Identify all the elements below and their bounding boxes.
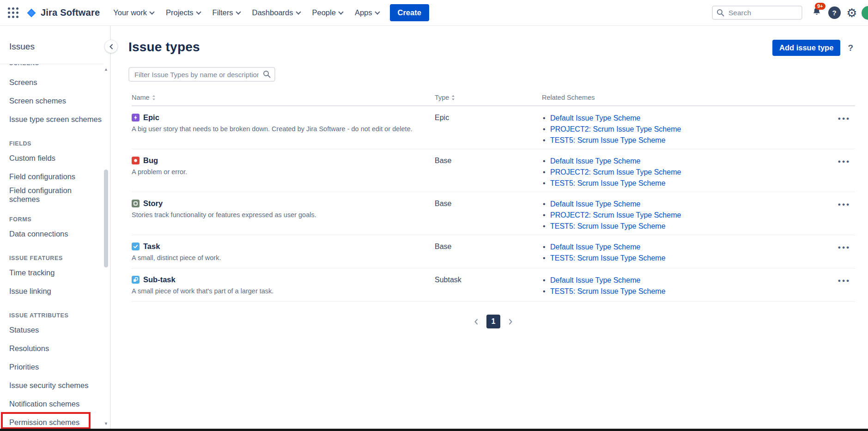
actions-cell: ●●● [829,275,855,286]
scroll-up-arrow-icon[interactable]: ▲ [103,67,109,72]
scheme-link[interactable]: TEST5: Scrum Issue Type Scheme [550,179,666,187]
actions-cell: ●●● [829,156,855,167]
row-actions-button[interactable]: ●●● [837,156,851,167]
sidebar-item-screen-schemes[interactable]: Screen schemes [9,91,102,110]
chevron-down-icon [338,9,343,14]
name-cell: Task A small, distinct piece of work. [132,242,435,261]
nav-filters[interactable]: Filters [206,0,246,26]
actions-cell: ●●● [829,113,855,124]
create-button[interactable]: Create [390,4,429,21]
page-title: Issue types [128,40,200,55]
page-help-icon[interactable]: ? [848,43,853,53]
nav-projects[interactable]: Projects [160,0,206,26]
issue-type-name[interactable]: Story [143,199,163,208]
search-icon [716,9,724,18]
next-page-button[interactable] [506,316,516,328]
add-issue-type-button[interactable]: Add issue type [772,40,840,56]
nav-your-work[interactable]: Your work [107,0,160,26]
column-header-name[interactable]: Name [132,94,435,101]
search-input[interactable] [712,6,802,20]
name-cell: Sub-task A small piece of work that's pa… [132,275,435,295]
name-cell: Epic A big user story that needs to be b… [132,113,435,133]
scheme-link[interactable]: Default Issue Type Scheme [550,200,640,208]
scheme-link[interactable]: Default Issue Type Scheme [550,243,640,251]
story-icon [132,200,140,207]
name-cell: Story Stories track functionality or fea… [132,199,435,219]
notifications-button[interactable]: 9+ [809,5,825,21]
sidebar-item-issue-security-schemes[interactable]: Issue security schemes [9,376,102,395]
sidebar-item-priorities[interactable]: Priorities [9,358,102,376]
nav-dashboards[interactable]: Dashboards [246,0,306,26]
sort-icon [451,95,455,101]
chevron-down-icon [149,9,154,14]
nav-people[interactable]: People [306,0,349,26]
jira-logo[interactable]: Jira Software [26,7,100,18]
scheme-link[interactable]: TEST5: Scrum Issue Type Scheme [550,254,666,262]
sidebar-scrollbar[interactable]: ▲ ▼ [103,41,109,427]
scheme-link[interactable]: TEST5: Scrum Issue Type Scheme [550,287,666,295]
scrollbar-thumb[interactable] [104,170,108,267]
sidebar-item-issue-linking[interactable]: Issue linking [9,282,102,300]
issue-type-name[interactable]: Task [143,242,160,251]
scheme-link[interactable]: Default Issue Type Scheme [550,157,640,165]
sidebar-item-time-tracking[interactable]: Time tracking [9,263,102,282]
page-header: Issue types Add issue type ? [128,40,855,56]
search-icon [263,70,271,80]
type-cell: Base [435,199,542,208]
settings-button[interactable]: ⚙ [844,5,860,21]
scheme-link[interactable]: TEST5: Scrum Issue Type Scheme [550,136,666,144]
related-schemes-list: Default Issue Type Scheme PROJECT2: Scru… [542,156,829,189]
page-actions: Add issue type ? [772,40,855,56]
scheme-link[interactable]: Default Issue Type Scheme [550,114,640,122]
actions-cell: ●●● [829,242,855,253]
row-actions-button[interactable]: ●●● [837,199,851,210]
related-schemes-list: Default Issue Type Scheme PROJECT2: Scru… [542,113,829,146]
previous-page-button[interactable] [471,316,481,328]
help-button[interactable]: ? [826,5,842,21]
scheme-link[interactable]: PROJECT2: Scrum Issue Type Scheme [550,168,681,176]
row-actions-button[interactable]: ●●● [837,242,851,253]
bug-icon [132,157,140,164]
sidebar-group-forms: FORMS [9,214,110,225]
filter-input[interactable] [128,67,275,82]
type-cell: Base [435,156,542,165]
issue-type-name[interactable]: Bug [143,156,158,165]
scheme-link[interactable]: TEST5: Scrum Issue Type Scheme [550,222,666,230]
sidebar-item-custom-fields[interactable]: Custom fields [9,149,102,167]
row-actions-button[interactable]: ●●● [837,113,851,124]
sidebar-item-statuses[interactable]: Statuses [9,321,102,339]
sidebar-item-field-configuration-schemes[interactable]: Field configuration schemes [9,186,102,204]
sidebar-collapse-button[interactable] [104,40,118,53]
sidebar-item-issue-type-screen-schemes[interactable]: Issue type screen schemes [9,110,102,128]
scheme-link[interactable]: Default Issue Type Scheme [550,276,640,284]
sidebar-nav: Screens Screen schemes Issue type screen… [0,68,110,431]
sidebar-item-resolutions[interactable]: Resolutions [9,339,102,358]
sidebar-item-data-connections[interactable]: Data connections [9,225,102,243]
page-1-button[interactable]: 1 [486,315,500,328]
scheme-link[interactable]: PROJECT2: Scrum Issue Type Scheme [550,125,681,133]
issue-types-table: Name Type Related Schemes [132,94,855,328]
sidebar-clipped-group-label: SCREENS [0,64,110,68]
column-header-type[interactable]: Type [435,94,542,101]
chevron-down-icon [196,9,201,14]
scroll-down-arrow-icon[interactable]: ▼ [103,421,109,426]
related-schemes-list: Default Issue Type Scheme TEST5: Scrum I… [542,275,829,297]
sidebar-item-field-configurations[interactable]: Field configurations [9,167,102,186]
table-row-story: Story Stories track functionality or fea… [132,192,855,235]
app-switcher-icon[interactable] [7,7,19,19]
chevron-left-icon [109,44,113,49]
scheme-link[interactable]: PROJECT2: Scrum Issue Type Scheme [550,211,681,219]
row-actions-button[interactable]: ●●● [837,275,851,286]
notifications-badge: 9+ [815,3,826,10]
sidebar-item-notification-schemes[interactable]: Notification schemes [9,395,102,413]
user-avatar[interactable] [862,6,868,20]
issue-type-name[interactable]: Sub-task [143,275,176,284]
issue-type-description: A big user story that needs to be broken… [132,125,435,133]
sidebar-title: Issues [0,26,110,52]
issue-type-name[interactable]: Epic [143,113,159,122]
subtask-icon [132,276,140,284]
sidebar-item-screens[interactable]: Screens [9,73,102,91]
issue-type-description: A small, distinct piece of work. [132,254,435,261]
chevron-down-icon [296,9,301,14]
nav-apps[interactable]: Apps [349,0,385,26]
